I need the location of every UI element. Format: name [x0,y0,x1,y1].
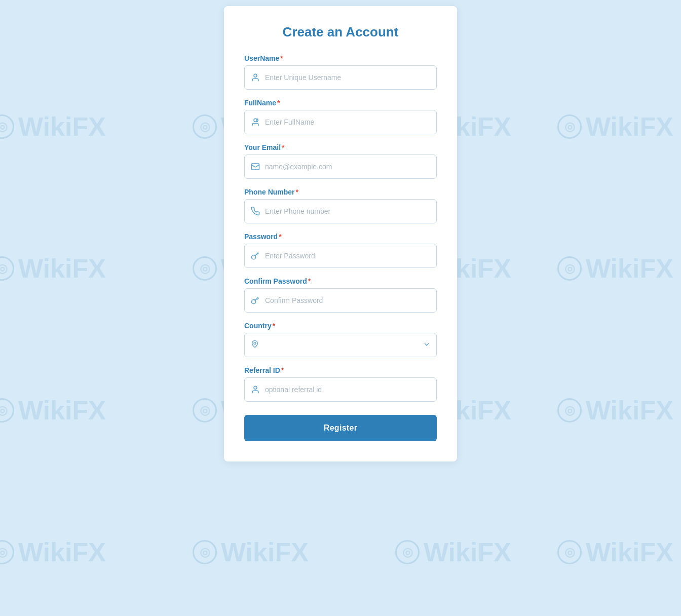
email-label: Your Email* [244,143,437,151]
confirm-password-input-wrapper [244,288,437,313]
fullname-input[interactable] [265,118,430,126]
watermark: ◎ WikiFX [0,395,106,426]
fullname-label: FullName* [244,99,437,107]
svg-point-6 [254,386,257,389]
password-input[interactable] [265,252,430,260]
watermark: ◎ WikiFX [395,537,511,567]
password-label: Password* [244,233,437,241]
password-icon [251,251,260,260]
watermark-icon: ◎ [557,114,582,139]
username-group: UserName* [244,54,437,90]
watermark: ◎ WikiFX [557,537,673,567]
watermark-icon: ◎ [557,256,582,281]
watermark: ◎ WikiFX [557,111,673,142]
phone-icon [251,207,260,216]
referral-id-input[interactable] [265,386,430,394]
watermark-icon: ◎ [557,540,582,564]
referral-id-group: Referral ID* [244,366,437,402]
watermark-icon: ◎ [0,540,14,564]
svg-point-0 [254,74,257,77]
register-button[interactable]: Register [244,415,437,441]
user-icon [251,73,260,82]
confirm-password-icon [251,296,260,305]
watermark-icon: ◎ [0,398,14,422]
phone-input-wrapper [244,199,437,223]
watermark-icon: ◎ [193,540,217,564]
email-input-wrapper [244,155,437,179]
confirm-password-label: Confirm Password* [244,277,437,285]
referral-user-icon [251,385,260,394]
watermark-icon: ◎ [0,256,14,281]
country-select-wrapper: United States United Kingdom Australia C… [244,333,437,357]
referral-id-label: Referral ID* [244,366,437,374]
watermark-icon: ◎ [557,398,582,422]
phone-input[interactable] [265,207,430,215]
watermark: ◎ WikiFX [0,111,106,142]
confirm-password-input[interactable] [265,296,430,304]
confirm-password-group: Confirm Password* [244,277,437,313]
password-group: Password* [244,233,437,268]
watermark: ◎ WikiFX [557,395,673,426]
phone-label: Phone Number* [244,188,437,196]
fullname-group: FullName* [244,99,437,134]
referral-id-input-wrapper [244,377,437,402]
svg-rect-2 [252,164,259,170]
watermark-icon: ◎ [395,540,420,564]
registration-card: Create an Account UserName* FullName* [224,6,457,461]
svg-point-1 [254,119,257,122]
watermark: ◎ WikiFX [193,537,309,567]
country-select[interactable]: United States United Kingdom Australia C… [251,341,430,349]
username-input-wrapper [244,65,437,90]
user-edit-icon [251,118,260,127]
password-input-wrapper [244,244,437,268]
page-title: Create an Account [244,24,437,40]
country-group: Country* United States United Kingdom Au… [244,322,437,357]
fullname-input-wrapper [244,110,437,134]
watermark-icon: ◎ [193,398,217,422]
username-input[interactable] [265,73,430,82]
country-label: Country* [244,322,437,330]
watermark: ◎ WikiFX [0,253,106,284]
watermark-icon: ◎ [193,114,217,139]
email-icon [251,162,260,171]
phone-group: Phone Number* [244,188,437,223]
email-group: Your Email* [244,143,437,179]
username-label: UserName* [244,54,437,62]
watermark-icon: ◎ [193,256,217,281]
watermark: ◎ WikiFX [557,253,673,284]
watermark: ◎ WikiFX [0,537,106,567]
email-input[interactable] [265,163,430,171]
watermark-icon: ◎ [0,114,14,139]
